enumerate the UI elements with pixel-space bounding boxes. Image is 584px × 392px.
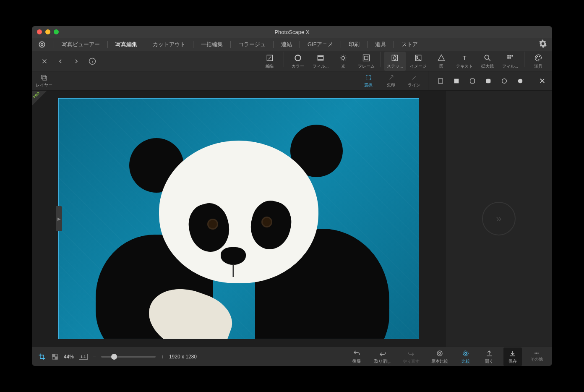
tool-image[interactable]: イメージ bbox=[407, 52, 429, 71]
zoom-window-button[interactable] bbox=[54, 29, 59, 34]
svg-text:T: T bbox=[462, 54, 466, 61]
menu-store[interactable]: ストア bbox=[397, 39, 422, 50]
tool-sticker[interactable]: ステッ... bbox=[384, 52, 405, 71]
svg-rect-18 bbox=[509, 57, 511, 58]
original-icon bbox=[435, 349, 444, 358]
zoom-out-button[interactable]: − bbox=[93, 353, 96, 360]
edit-icon bbox=[265, 53, 274, 63]
minimize-window-button[interactable] bbox=[45, 29, 50, 34]
sub-toolbar: レイヤー 選択 矢印 ライン ✕ bbox=[32, 71, 552, 91]
menu-editor[interactable]: 写真編集 bbox=[111, 39, 141, 50]
pro-badge: PRO bbox=[32, 91, 47, 106]
info-icon[interactable] bbox=[87, 56, 97, 66]
prev-icon[interactable] bbox=[55, 56, 65, 66]
side-panel: » bbox=[445, 91, 552, 347]
svg-rect-26 bbox=[454, 78, 459, 83]
shape-rounded-fill[interactable] bbox=[485, 77, 492, 85]
image-content bbox=[109, 120, 369, 339]
menu-tools[interactable]: 道具 bbox=[371, 39, 390, 50]
action-undo[interactable]: 取り消し bbox=[371, 348, 394, 365]
menu-collage[interactable]: コラージュ bbox=[234, 39, 270, 50]
app-window: PhotoScape X 写真ビューアー 写真編集 カットアウト 一括編集 コラ… bbox=[32, 26, 552, 366]
subtool-line[interactable]: ライン bbox=[404, 73, 424, 89]
tool-text[interactable]: Tテキスト bbox=[454, 52, 475, 71]
film-icon bbox=[316, 53, 325, 63]
menu-viewer[interactable]: 写真ビューアー bbox=[57, 39, 104, 50]
svg-rect-22 bbox=[42, 75, 45, 79]
menu-gif[interactable]: GIFアニメ bbox=[303, 39, 337, 50]
close-icon[interactable] bbox=[39, 56, 50, 66]
action-save[interactable]: 保存 bbox=[503, 348, 522, 366]
select-icon bbox=[365, 74, 372, 81]
revert-icon bbox=[352, 349, 361, 358]
shape-picker bbox=[428, 71, 532, 90]
svg-point-6 bbox=[342, 56, 345, 59]
action-redo: やり直す bbox=[399, 348, 423, 365]
palette-icon bbox=[534, 53, 543, 63]
checker-icon[interactable] bbox=[51, 353, 59, 361]
action-revert[interactable]: 復帰 bbox=[347, 348, 366, 365]
svg-point-13 bbox=[485, 55, 489, 59]
image-frame[interactable] bbox=[58, 98, 419, 339]
expand-sidebar-handle[interactable]: ▶ bbox=[56, 206, 62, 231]
svg-rect-7 bbox=[363, 55, 370, 61]
layers-button[interactable]: レイヤー bbox=[32, 71, 56, 90]
zoom-slider[interactable] bbox=[101, 356, 156, 358]
tool-edit[interactable]: 編集 bbox=[259, 52, 280, 71]
shape-square-outline[interactable] bbox=[437, 77, 444, 85]
zoom-1to1[interactable]: 1:1 bbox=[79, 354, 88, 360]
svg-point-1 bbox=[41, 43, 43, 45]
svg-point-34 bbox=[437, 351, 442, 356]
svg-point-37 bbox=[465, 352, 467, 354]
open-icon bbox=[485, 349, 493, 358]
svg-rect-24 bbox=[366, 75, 371, 80]
shape-rounded-outline[interactable] bbox=[469, 77, 476, 85]
undo-icon bbox=[378, 349, 387, 358]
tool-film[interactable]: フィル... bbox=[310, 52, 331, 71]
window-title: PhotoScape X bbox=[274, 29, 309, 35]
shape-square-fill[interactable] bbox=[453, 77, 460, 85]
zoom-slider-knob[interactable] bbox=[111, 354, 117, 360]
menu-print[interactable]: 印刷 bbox=[344, 39, 364, 50]
subtool-select[interactable]: 選択 bbox=[359, 73, 378, 89]
canvas[interactable]: PRO bbox=[32, 91, 445, 347]
svg-point-35 bbox=[439, 352, 441, 354]
svg-rect-16 bbox=[511, 55, 513, 56]
svg-rect-23 bbox=[43, 76, 47, 80]
next-icon[interactable] bbox=[71, 56, 81, 66]
shape-circle-fill[interactable] bbox=[516, 77, 524, 85]
tool-color[interactable]: カラー bbox=[287, 52, 308, 71]
tool-tools[interactable]: 道具 bbox=[528, 52, 549, 71]
svg-point-11 bbox=[416, 56, 417, 57]
action-open[interactable]: 開く bbox=[480, 348, 498, 365]
settings-gear-icon[interactable] bbox=[539, 39, 547, 50]
magnify-icon bbox=[483, 53, 492, 63]
save-icon bbox=[508, 349, 517, 358]
tool-frame[interactable]: フレーム bbox=[355, 52, 377, 71]
tool-magnify[interactable]: 拡大鏡 bbox=[477, 52, 498, 71]
close-window-button[interactable] bbox=[37, 29, 42, 34]
crop-icon[interactable] bbox=[38, 353, 46, 361]
menu-combine[interactable]: 連結 bbox=[277, 39, 296, 50]
tool-filter[interactable]: フィル... bbox=[500, 52, 521, 71]
zoom-in-button[interactable]: + bbox=[161, 353, 164, 360]
text-icon: T bbox=[460, 53, 469, 63]
svg-point-21 bbox=[539, 56, 540, 57]
svg-point-4 bbox=[295, 55, 300, 60]
action-more[interactable]: •••その他 bbox=[527, 350, 546, 363]
svg-point-19 bbox=[536, 57, 537, 58]
line-icon bbox=[410, 74, 418, 81]
action-compare[interactable]: 比較 bbox=[456, 348, 475, 365]
menu-cutout[interactable]: カットアウト bbox=[149, 39, 190, 50]
apply-forward-button[interactable]: » bbox=[482, 202, 516, 235]
shape-circle-outline[interactable] bbox=[501, 77, 508, 85]
subtool-arrow[interactable]: 矢印 bbox=[382, 73, 400, 89]
menu-batch[interactable]: 一括編集 bbox=[197, 39, 227, 50]
action-original-compare[interactable]: 原本比較 bbox=[428, 348, 451, 365]
tool-light[interactable]: 光 bbox=[333, 52, 354, 71]
close-panel-icon[interactable]: ✕ bbox=[532, 76, 552, 86]
sticker-icon bbox=[390, 53, 399, 63]
tool-shape[interactable]: 図 bbox=[431, 52, 452, 71]
app-logo-icon[interactable] bbox=[37, 39, 47, 50]
compare-icon bbox=[461, 349, 470, 358]
